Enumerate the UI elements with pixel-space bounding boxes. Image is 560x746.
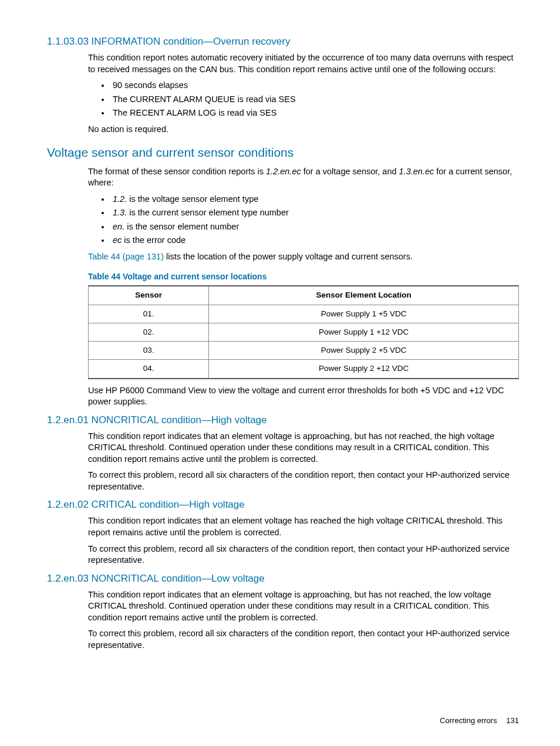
text: is the sensor element number	[124, 222, 239, 231]
body-text: To correct this problem, record all six …	[88, 628, 519, 651]
table-cell: Power Supply 2 +5 VDC	[209, 342, 519, 360]
table-cell: 01.	[89, 305, 209, 323]
list-item: The RECENT ALARM LOG is read via SES	[110, 107, 519, 119]
body-text: To correct this problem, record all six …	[88, 470, 519, 492]
list-item: 1.2. is the voltage sensor element type	[110, 194, 519, 205]
code-ref: 1.3.en.ec	[399, 167, 434, 176]
heading-critical-high-voltage: 1.2.en.02 CRITICAL condition—High voltag…	[47, 498, 519, 512]
footer-label: Correcting errors	[440, 716, 497, 725]
table-row: 03. Power Supply 2 +5 VDC	[89, 342, 519, 360]
text: is the current sensor element type numbe…	[127, 208, 289, 217]
body-text: This condition report indicates that an …	[88, 431, 519, 465]
body-text: Use HP P6000 Command View to view the vo…	[88, 385, 519, 408]
table-cell: Power Supply 2 +12 VDC	[209, 360, 519, 379]
text: The format of these sensor condition rep…	[88, 167, 266, 176]
sensor-location-table: Sensor Sensor Element Location 01. Power…	[88, 285, 519, 379]
table-cell: 03.	[89, 342, 209, 360]
table-reference-link[interactable]: Table 44 (page 131)	[88, 252, 164, 261]
page-footer: Correcting errors 131	[47, 715, 519, 726]
body-text: No action is required.	[88, 124, 519, 136]
text: for a voltage sensor, and	[301, 167, 399, 176]
term: 1.3.	[113, 208, 127, 217]
table-cell: Power Supply 1 +5 VDC	[209, 305, 519, 323]
table-header: Sensor	[89, 286, 209, 305]
list-item: The CURRENT ALARM QUEUE is read via SES	[110, 94, 519, 106]
body-text: This condition report indicates that an …	[88, 515, 519, 538]
table-cell: 04.	[89, 360, 209, 379]
body-text: This condition report notes automatic re…	[88, 52, 519, 75]
body-text: To correct this problem, record all six …	[88, 544, 519, 566]
heading-overrun-recovery: 1.1.03.03 INFORMATION condition—Overrun …	[47, 35, 519, 49]
body-text: The format of these sensor condition rep…	[88, 166, 519, 189]
table-header: Sensor Element Location	[209, 286, 519, 305]
heading-noncritical-low-voltage: 1.2.en.03 NONCRITICAL condition—Low volt…	[47, 572, 519, 586]
term: ec	[113, 235, 122, 245]
table-cell: Power Supply 1 +12 VDC	[209, 323, 519, 341]
list-item: 1.3. is the current sensor element type …	[110, 207, 519, 219]
list-item: en. is the sensor element number	[110, 221, 519, 233]
heading-noncritical-high-voltage: 1.2.en.01 NONCRITICAL condition—High vol…	[47, 414, 519, 427]
table-row: 01. Power Supply 1 +5 VDC	[89, 305, 519, 323]
text: is the voltage sensor element type	[127, 194, 258, 204]
code-ref: 1.2.en.ec	[266, 167, 301, 176]
bullet-list: 90 seconds elapses The CURRENT ALARM QUE…	[88, 80, 519, 119]
body-text: Table 44 (page 131) lists the location o…	[88, 251, 519, 263]
text: lists the location of the power supply v…	[164, 252, 413, 261]
table-row: 02. Power Supply 1 +12 VDC	[89, 323, 519, 341]
list-item: ec is the error code	[110, 235, 519, 247]
bullet-list: 1.2. is the voltage sensor element type …	[88, 194, 519, 247]
term: 1.2.	[113, 194, 127, 204]
body-text: This condition report indicates that an …	[88, 589, 519, 624]
page-number: 131	[506, 716, 519, 725]
table-cell: 02.	[89, 323, 209, 341]
heading-voltage-current-sensor: Voltage sensor and current sensor condit…	[47, 144, 519, 161]
table-row: 04. Power Supply 2 +12 VDC	[89, 360, 519, 379]
term: en.	[113, 222, 124, 231]
table-caption: Table 44 Voltage and current sensor loca…	[88, 271, 519, 282]
text: is the error code	[122, 235, 185, 245]
list-item: 90 seconds elapses	[110, 80, 519, 92]
